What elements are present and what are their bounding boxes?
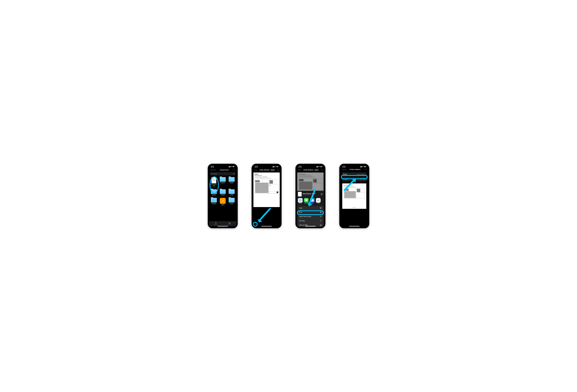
copy-icon (320, 207, 322, 209)
screen-printer-options: ‹ Search 12:16 ▮▮▮▮ Cancel Printer Optio… (340, 165, 368, 227)
svg-rect-11 (321, 166, 322, 167)
markup-button[interactable] (321, 168, 323, 171)
share-app-row: AirDrop Messa… Mail (297, 198, 324, 205)
qr-icon (269, 180, 273, 184)
status-time: 12:16 (211, 166, 214, 168)
wifi-icon (231, 166, 232, 167)
action-copy[interactable]: Copy (298, 206, 323, 210)
share-button[interactable] (254, 222, 256, 226)
action-add-tags[interactable]: Add Tags (298, 219, 323, 223)
share-app-messages[interactable]: Messa… (304, 198, 309, 204)
share-app-airdrop[interactable]: AirDrop (298, 198, 303, 204)
document-page[interactable]: 1 of 1 Return Shipping Label 1. Cut this… (253, 172, 280, 207)
downloads-folder-icon: ↓ (211, 198, 217, 202)
item-label: Order Refund - Apple (210, 184, 218, 186)
done-button[interactable]: Done (254, 169, 257, 171)
folder-tofile[interactable]: To File 36 items (227, 189, 236, 196)
item-sub: 3 items (227, 204, 236, 205)
airdrop-icon (298, 198, 303, 203)
svg-point-13 (300, 200, 301, 201)
doc-step-1: 1. Cut this label and attach it to your … (254, 176, 279, 177)
action-save-draft[interactable]: Save as Draft (298, 223, 323, 227)
wifi-icon (275, 166, 276, 167)
notch (216, 165, 229, 167)
app-pages[interactable]: Pages 19 items (219, 198, 227, 206)
folder-shortcuts[interactable]: Shortcuts 0 items (219, 189, 227, 196)
battery-icon (277, 166, 279, 167)
action-label: Copy (299, 207, 302, 209)
markup-button[interactable] (277, 168, 279, 171)
item-sub: 0 items (219, 183, 227, 184)
printer-label: Printer (343, 173, 347, 175)
screen-browse: ‹ Search 12:16 ▮▮▮▮ ‹ Browse iCloud Driv… (209, 165, 237, 227)
close-button[interactable] (320, 193, 323, 196)
app-label: Slack (317, 203, 320, 204)
share-app-mail[interactable]: Mail (310, 198, 315, 204)
folder-downloads[interactable]: ↓ Downloads 18 items (210, 198, 218, 206)
action-share-icloud[interactable]: Share File in iCloud (298, 214, 323, 219)
item-sub: 36 items (227, 196, 236, 196)
folder-icon (229, 177, 235, 182)
action-label: Print (299, 211, 302, 213)
share-app-slack[interactable]: Slack (316, 198, 321, 204)
status-back-search[interactable]: ‹ Search (254, 165, 258, 166)
status-time: 12:16 (254, 166, 258, 168)
svg-point-14 (299, 199, 301, 201)
svg-line-4 (212, 174, 212, 174)
item-sub: 145 items (210, 196, 218, 196)
item-sub: 0 items (219, 196, 227, 196)
share-icon (254, 222, 256, 225)
back-button[interactable]: ‹ Browse (210, 169, 216, 171)
copies-stepper[interactable]: − + (360, 178, 365, 180)
tab-browse[interactable]: Browse (223, 221, 237, 226)
doc-heading: Return Shipping Label (254, 175, 279, 176)
files-grid: Order Refund - Apple 10:33 AM 74 KB Pixe… (209, 176, 237, 207)
search-input[interactable]: Search (210, 172, 235, 175)
phone-frame-4: ‹ Search 12:16 ▮▮▮▮ Cancel Printer Optio… (339, 164, 369, 228)
svg-point-3 (211, 173, 212, 174)
clock-icon (215, 222, 217, 224)
print-button[interactable]: Print (364, 168, 367, 170)
phone-frame-1: ‹ Search 12:16 ▮▮▮▮ ‹ Browse iCloud Driv… (208, 164, 238, 228)
screen-doc-view: ‹ Search 12:16 ▮▮▮▮ Done Order Refund - … (253, 165, 280, 227)
sheet-title: Order Refund - Apple (303, 193, 315, 194)
stepper-minus-button[interactable]: − (360, 178, 362, 180)
folder-byword[interactable]: Byword 145 items (210, 189, 218, 196)
folder-icon (211, 189, 217, 194)
folder-preview[interactable]: Preview 3 items (227, 198, 236, 206)
item-sub: 19 items (219, 205, 227, 206)
folder-icon (220, 189, 226, 194)
copies-label: 1 Copy (343, 178, 347, 180)
svg-point-27 (320, 220, 321, 221)
print-preview[interactable]: Return Shipping Label 1. Cut this label … (342, 183, 366, 209)
tab-recents[interactable]: Recents (209, 221, 223, 226)
folder-pixelmator[interactable]: Pixelmator 0 items (219, 177, 227, 188)
svg-rect-18 (319, 200, 320, 201)
notch (260, 165, 273, 167)
stepper-plus-button[interactable]: + (362, 178, 365, 180)
folder-desktop[interactable]: Desktop 0 items (227, 177, 236, 188)
folder-icon (229, 189, 235, 194)
nav-bar: ‹ Browse iCloud Drive ⋯ (209, 168, 237, 172)
svg-point-26 (320, 216, 321, 217)
printer-row[interactable]: Printer Select Printer › (342, 172, 367, 176)
battery-icon (233, 166, 235, 167)
action-list: Copy Print Share File in iCloud Add Tags… (298, 206, 323, 227)
more-button[interactable]: ⋯ (233, 168, 235, 171)
tag-icon (320, 220, 322, 222)
share-sheet: Order Refund - Apple PDF Document · 74 K… (297, 191, 324, 227)
action-print[interactable]: Print (298, 210, 323, 214)
done-button[interactable]: Done (298, 169, 301, 171)
cancel-button[interactable]: Cancel (342, 168, 346, 170)
svg-rect-21 (320, 207, 321, 209)
search-placeholder: Search (213, 173, 233, 175)
item-sub: 0 items (227, 183, 236, 184)
document-page-dimmed: Return Shipping Label 1. Cut this label … (297, 172, 324, 193)
svg-rect-19 (318, 201, 319, 201)
status-back-search[interactable]: ‹ Search (211, 165, 214, 166)
dictation-icon[interactable] (233, 173, 234, 175)
sheet-subtitle: PDF Document · 74 KB (303, 194, 315, 196)
phone-frame-3: ‹ Search 12:16 ▮▮▮▮ Done Order Refund - … (295, 164, 325, 228)
file-order-refund[interactable]: Order Refund - Apple 10:33 AM 74 KB (210, 177, 218, 188)
fedex-icon (277, 192, 278, 193)
